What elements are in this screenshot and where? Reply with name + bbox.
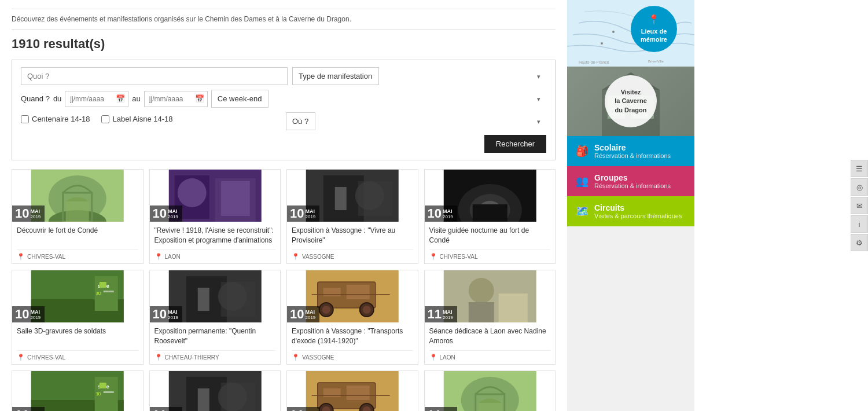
svg-text:3D: 3D: [96, 392, 101, 396]
scolaire-title: Scolaire: [594, 143, 671, 152]
caverne-circle: Visitez la Caverne du Dragon: [605, 75, 657, 127]
card-title: Exposition à Vassogne : "Transports d'ex…: [292, 326, 413, 347]
caverne-overlay: Visitez la Caverne du Dragon: [567, 67, 694, 136]
svg-rect-12: [335, 187, 347, 210]
map-circle[interactable]: 📍 Lieux de mémoire: [631, 6, 677, 52]
card-location: 📍 CHIVRES-VAL: [17, 350, 138, 361]
rb-email-btn[interactable]: ✉: [851, 197, 868, 214]
card-item[interactable]: 11 MAI 2019 Séance dédicace à Laon avec …: [424, 270, 556, 365]
sidebar-scolaire-link[interactable]: 🎒 Scolaire Réservation & informations: [567, 136, 694, 166]
date-to-input[interactable]: [144, 91, 208, 107]
svg-rect-51: [100, 383, 106, 388]
sidebar-map[interactable]: Hauts-de-France Brive-Ville 📍 Lieux de m…: [567, 0, 694, 67]
location-pin-icon: 📍: [292, 253, 300, 260]
svg-rect-61: [347, 386, 370, 400]
card-location: 📍 CHIVRES-VAL: [17, 249, 138, 260]
card-image: 10 MAI 2019: [425, 170, 556, 222]
card-item[interactable]: 10 MAI 2019 Découvrir le fort de Condé 📍…: [12, 169, 144, 264]
location-pin-icon: 📍: [292, 354, 300, 361]
date-badge: 11 MAI 2019: [150, 407, 182, 411]
svg-point-38: [322, 306, 330, 314]
date-badge: 11 MAI 2019: [12, 407, 45, 411]
location-pin-icon: 📍: [155, 253, 163, 260]
card-image: 10 MAI 2019: [150, 170, 281, 222]
location-pin-icon: 📍: [155, 354, 163, 361]
type-select[interactable]: Type de manifestation: [292, 67, 379, 85]
results-count: 1910 resultat(s): [12, 36, 556, 52]
caverne-text1: Visitez: [621, 88, 641, 97]
rb-calendar-btn[interactable]: ☰: [851, 160, 868, 177]
au-label: au: [132, 94, 140, 103]
label-aisne-checkbox[interactable]: [101, 115, 109, 123]
svg-text:3D: 3D: [96, 291, 101, 295]
svg-rect-20: [472, 204, 507, 222]
date-badge: 10 MAI 2019: [12, 306, 45, 322]
card-title: Découvrir le fort de Condé: [17, 226, 138, 247]
ou-select[interactable]: Où ?: [286, 112, 315, 130]
card-image: 10 MAI 2019: [12, 170, 143, 222]
card-item[interactable]: 10 MAI 2019 Exposition à Vassogne : "Viv…: [286, 169, 418, 264]
rb-location-btn[interactable]: ◎: [851, 178, 868, 196]
card-title: Exposition à Vassogne : "Vivre au Provis…: [292, 226, 413, 247]
card-location: 📍 VASSOGNE: [292, 350, 413, 361]
svg-rect-44: [468, 302, 494, 322]
rb-info-btn[interactable]: i: [851, 215, 868, 233]
card-location: 📍 CHIVRES-VAL: [429, 249, 551, 260]
centenaire-checkbox-label[interactable]: Centenaire 14-18: [21, 115, 90, 123]
weekend-select[interactable]: Ce week-end: [211, 90, 269, 108]
svg-point-7: [177, 178, 206, 207]
svg-rect-9: [220, 181, 249, 216]
svg-rect-30: [197, 288, 209, 311]
svg-rect-52: [104, 391, 114, 393]
card-item[interactable]: 10 MAI 2019 Visite guidée nocturne au fo…: [424, 169, 556, 264]
quoi-input[interactable]: [21, 67, 288, 85]
sidebar-groupes-link[interactable]: 👥 Groupes Réservation & informations: [567, 166, 694, 196]
card-location: 📍 CHATEAU-THIERRY: [155, 350, 276, 361]
groupes-icon: 👥: [576, 175, 589, 188]
cards-grid: 10 MAI 2019 Découvrir le fort de Condé 📍…: [12, 169, 556, 411]
card-item[interactable]: 10 MAI 2019 Exposition permanente: "Quen…: [149, 270, 281, 365]
date-to-wrapper: 📅: [144, 91, 208, 107]
svg-point-40: [363, 306, 371, 314]
date-badge: 10 MAI 2019: [287, 206, 319, 222]
caverne-text2: la Caverne: [615, 97, 647, 105]
date-badge: 10 MAI 2019: [150, 206, 182, 222]
search-button[interactable]: Rechercher: [484, 135, 546, 153]
card-title: Visite guidée nocturne au fort de Condé: [429, 226, 551, 247]
date-badge: 11 MAI 2019: [425, 407, 457, 411]
card-image: 11 MAI 2019: [425, 371, 556, 411]
circuits-icon: 🗺️: [576, 205, 589, 218]
du-label: du: [53, 94, 61, 103]
card-image: 11 MAI 2019: [150, 371, 281, 411]
svg-rect-71: [478, 403, 501, 411]
svg-rect-57: [220, 383, 255, 411]
caverne-banner[interactable]: Visitez la Caverne du Dragon: [567, 67, 694, 136]
card-item[interactable]: 11 MAI 2019 Découvrir le fort de Condé: [424, 370, 556, 411]
card-item[interactable]: 10 MAI 2019 "Revivre ! 1918, l'Aisne se …: [149, 169, 281, 264]
map-circle-text1: Lieux de: [641, 27, 667, 35]
map-pin-icon: 📍: [648, 14, 660, 26]
sidebar-circuits-link[interactable]: 🗺️ Circuits Visites & parcours thématiqu…: [567, 196, 694, 226]
card-image: salle 3D 10 MAI 2019: [12, 270, 143, 322]
date-badge: 10 MAI 2019: [425, 206, 457, 222]
card-item[interactable]: salle 3D 10 MAI 2019 Salle 3D-gravures d…: [12, 270, 144, 365]
search-box: Type de manifestation Quand ? du 📅 au 📅: [12, 60, 556, 160]
svg-rect-55: [197, 388, 209, 411]
card-title: "Revivre ! 1918, l'Aisne se reconstruit"…: [155, 226, 276, 247]
card-item[interactable]: 10 MAI 2019 Exposition à Vassogne : "Tra…: [286, 270, 418, 365]
svg-rect-14: [358, 181, 393, 216]
card-item[interactable]: 11 MAI 2019 Exposition permanente: "Quen…: [149, 370, 281, 411]
location-pin-icon: 📍: [17, 354, 25, 361]
card-item[interactable]: salle 3D 11 MAI 2019 Salle 3D-gravures d…: [12, 370, 144, 411]
svg-rect-27: [104, 291, 114, 292]
date-badge: 11 MAI 2019: [425, 306, 457, 322]
card-item[interactable]: 11 MAI 2019 Exposition à Vassogne : "Tra…: [286, 370, 418, 411]
date-from-input[interactable]: [65, 91, 128, 107]
label-aisne-checkbox-label[interactable]: Label Aisne 14-18: [101, 115, 172, 123]
centenaire-checkbox[interactable]: [21, 115, 29, 123]
rb-settings-btn[interactable]: ⚙: [851, 234, 868, 251]
date-badge: 10 MAI 2019: [150, 306, 182, 322]
date-badge: 11 MAI 2019: [287, 407, 319, 411]
circuits-sub: Visites & parcours thématiques: [594, 212, 682, 219]
svg-rect-45: [498, 293, 527, 322]
